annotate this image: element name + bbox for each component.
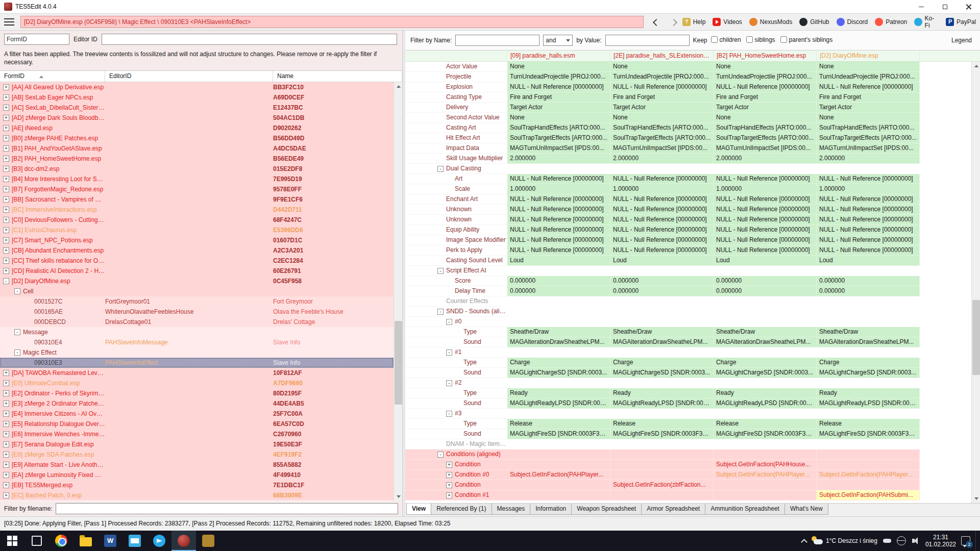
tree-row[interactable]: +[B4] More Interesting Loot for Skyrim.e… xyxy=(0,174,394,184)
record-value-cell[interactable]: MAGLightReadyLPSD [SNDR:000... xyxy=(714,398,817,409)
keep-checkbox-0[interactable] xyxy=(711,36,718,43)
record-row[interactable]: Equip AbilityNULL - Null Reference [0000… xyxy=(405,225,971,235)
record-value-cell[interactable]: Ready xyxy=(507,388,610,398)
tab-view[interactable]: View xyxy=(406,504,431,515)
filename-filter-input[interactable] xyxy=(56,503,398,514)
record-row[interactable]: TypeSheathe/DrawSheathe/DrawSheathe/Draw… xyxy=(405,327,971,337)
record-value-cell[interactable]: NULL - Null Reference [00000000] xyxy=(610,174,714,184)
record-row[interactable]: -Conditions (aligned) xyxy=(405,449,971,460)
record-value-cell[interactable] xyxy=(714,490,817,500)
tab-weapon-spreadsheet[interactable]: Weapon Spreadsheet xyxy=(571,504,642,515)
record-value-cell[interactable]: Ready xyxy=(610,388,714,398)
record-value-cell[interactable]: MAGAlterationDrawSheatheLPM... xyxy=(610,337,714,347)
record-value-cell[interactable]: Subject.GetInFaction(zbfFaction... xyxy=(610,480,714,490)
tree-row[interactable]: -Magic Effect xyxy=(0,347,394,358)
record-row[interactable]: DeliveryTarget ActorTarget ActorTarget A… xyxy=(405,103,971,113)
nexusmods-link[interactable]: NexusMods xyxy=(749,18,792,26)
record-row[interactable]: SoundMAGAlterationDrawSheatheLPM...MAGAl… xyxy=(405,337,971,347)
record-value-cell[interactable]: NULL - Null Reference [00000000] xyxy=(817,235,920,245)
grid-column-header[interactable]: [D2] DiaryOfMine.esp xyxy=(817,51,920,61)
record-row[interactable]: Enchant ArtNULL - Null Reference [000000… xyxy=(405,194,971,205)
record-value-cell[interactable]: Subject.GetInFaction(PAHPlayer... xyxy=(817,470,920,480)
record-value-cell[interactable]: 0.000000 xyxy=(714,276,817,286)
tree-row[interactable]: +[AE] iNeed.espD9020262 xyxy=(0,123,394,133)
record-value-cell[interactable] xyxy=(610,490,714,500)
tree-row[interactable]: +[B1] PAH_AndYouGetASlave.espA4DC5DAE xyxy=(0,143,394,154)
close-button[interactable] xyxy=(957,0,980,13)
record-value-cell[interactable]: NULL - Null Reference [00000000] xyxy=(507,245,610,256)
expander-icon[interactable]: + xyxy=(3,94,9,101)
tree-row[interactable]: +[E2] Ordinator - Perks of Skyrim.esp80D… xyxy=(0,388,394,398)
expander-icon[interactable]: + xyxy=(3,431,9,437)
expander-icon[interactable]: + xyxy=(3,207,9,213)
menu-icon[interactable] xyxy=(4,18,14,26)
record-value-cell[interactable]: MAGTurnUnlImpactSet [IPDS:00... xyxy=(817,143,920,154)
expander-icon[interactable]: - xyxy=(437,452,444,458)
record-value-cell[interactable]: NULL - Null Reference [00000000] xyxy=(714,225,817,235)
record-value-cell[interactable]: Subject.GetInFaction(PAHPlayer... xyxy=(714,470,817,480)
clock[interactable]: 21:31 01.02.2022 xyxy=(925,534,956,548)
scroll-up-icon[interactable] xyxy=(972,62,980,70)
record-value-cell[interactable]: Charge xyxy=(507,358,610,368)
record-row[interactable]: Delay Time0.0000000.0000000.0000000.0000… xyxy=(405,286,971,296)
record-value-cell[interactable]: 2.000000 xyxy=(610,154,714,164)
record-value-cell[interactable]: Loud xyxy=(817,256,920,266)
record-value-cell[interactable]: NULL - Null Reference [00000000] xyxy=(817,215,920,225)
record-row[interactable]: Scale1.0000001.0000001.0000001.000000 xyxy=(405,184,971,194)
record-value-cell[interactable]: MAGLightChargeSD [SNDR:0003... xyxy=(610,368,714,378)
record-value-cell[interactable]: 1.000000 xyxy=(817,184,920,194)
record-value-cell[interactable]: 1.000000 xyxy=(507,184,610,194)
record-value-cell[interactable]: None xyxy=(610,113,714,123)
record-value-cell[interactable]: SoulTrapTargetEffects [ARTO:000... xyxy=(714,133,817,143)
record-value-cell[interactable]: Fire and Forget xyxy=(714,92,817,103)
record-value-cell[interactable]: None xyxy=(714,62,817,72)
tab-ammunition-spreadsheet[interactable]: Ammunition Spreadsheet xyxy=(705,504,785,515)
record-value-cell[interactable]: None xyxy=(507,113,610,123)
record-value-cell[interactable]: NULL - Null Reference [00000000] xyxy=(714,235,817,245)
record-value-cell[interactable] xyxy=(507,490,610,500)
record-row[interactable]: ProjectileTurnUndeadProjectile [PROJ:000… xyxy=(405,72,971,82)
record-value-cell[interactable] xyxy=(507,449,610,460)
tree-row[interactable]: +[CC] Thief skills rebalance for Ordinat… xyxy=(0,256,394,266)
record-value-cell[interactable]: Loud xyxy=(507,256,610,266)
record-value-cell[interactable]: NULL - Null Reference [00000000] xyxy=(610,245,714,256)
record-value-cell[interactable]: None xyxy=(507,62,610,72)
legend-button[interactable]: Legend xyxy=(948,36,975,45)
record-value-cell[interactable]: Target Actor xyxy=(714,103,817,113)
volume-icon[interactable] xyxy=(911,536,920,545)
record-value-cell[interactable]: 0.000000 xyxy=(610,286,714,296)
expander-icon[interactable]: + xyxy=(3,105,9,111)
record-value-cell[interactable]: None xyxy=(610,62,714,72)
record-value-cell[interactable]: TurnUndeadProjectile [PROJ:000... xyxy=(610,72,714,82)
expander-icon[interactable]: + xyxy=(3,145,9,152)
record-row[interactable]: SoundMAGLightFireSD [SNDR:0003F37C]MAGLi… xyxy=(405,429,971,439)
record-row[interactable]: Counter Effects xyxy=(405,296,971,307)
record-value-cell[interactable]: TurnUndeadProjectile [PROJ:000... xyxy=(714,72,817,82)
record-value-cell[interactable]: Sheathe/Draw xyxy=(507,327,610,337)
expander-icon[interactable]: + xyxy=(3,135,9,141)
record-row[interactable]: TypeReadyReadyReadyReady xyxy=(405,388,971,398)
record-value-cell[interactable]: None xyxy=(817,62,920,72)
expander-icon[interactable]: - xyxy=(446,380,452,386)
cloud-icon[interactable] xyxy=(883,536,892,545)
record-value-cell[interactable]: Fire and Forget xyxy=(507,92,610,103)
keep-checkbox-1[interactable] xyxy=(746,36,753,43)
record-row[interactable]: Score0.0000000.0000000.0000000.000000 xyxy=(405,276,971,286)
record-value-cell[interactable]: Target Actor xyxy=(507,103,610,113)
expander-icon[interactable]: + xyxy=(3,441,9,447)
record-row[interactable]: DNAM - Magic Item Descript... xyxy=(405,439,971,449)
record-value-cell[interactable]: Target Actor xyxy=(817,103,920,113)
tree-row[interactable]: +[EB] TES5Merged.esp7E1DBC1F xyxy=(0,480,394,490)
record-value-cell[interactable]: NULL - Null Reference [00000000] xyxy=(610,215,714,225)
record-value-cell[interactable]: NULL - Null Reference [00000000] xyxy=(507,215,610,225)
tree-row[interactable]: +[E7] Serana Dialogue Edit.esp19E50E3F xyxy=(0,439,394,449)
record-value-cell[interactable]: MAGTurnUnlImpactSet [IPDS:00... xyxy=(610,143,714,154)
record-value-cell[interactable]: 2.000000 xyxy=(507,154,610,164)
record-value-cell[interactable] xyxy=(714,480,817,490)
tree-row[interactable]: +[CD] Realistic AI Detection 2 - High In… xyxy=(0,266,394,276)
tab-referenced-by-1-[interactable]: Referenced By (1) xyxy=(431,504,492,515)
expander-icon[interactable]: - xyxy=(437,309,444,315)
record-value-cell[interactable] xyxy=(714,449,817,460)
record-row[interactable]: Perk to ApplyNULL - Null Reference [0000… xyxy=(405,245,971,256)
maximize-button[interactable] xyxy=(933,0,957,13)
